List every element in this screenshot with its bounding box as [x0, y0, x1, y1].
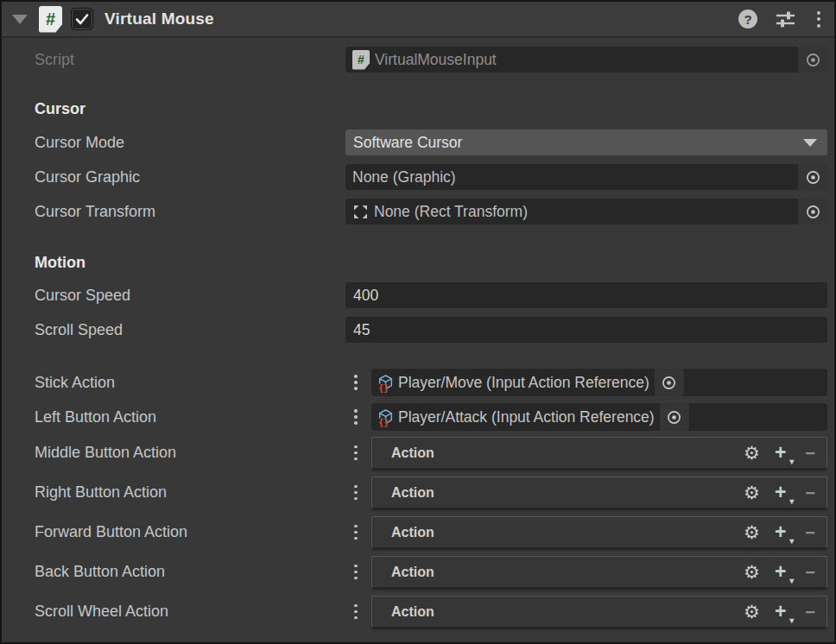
forward-button-action-row: Forward Button Action Action ⚙ +▾ −: [35, 516, 827, 548]
cursor-graphic-row: Cursor Graphic None (Graphic): [35, 164, 827, 190]
chevron-down-icon: ▾: [789, 616, 794, 625]
chevron-down-icon: ▾: [789, 458, 794, 466]
motion-section-title: Motion: [35, 254, 834, 275]
stick-action-label: Stick Action: [35, 374, 351, 392]
rect-transform-icon: [352, 204, 369, 220]
cursor-graphic-value: None (Graphic): [352, 168, 456, 186]
add-binding-icon[interactable]: +▾: [775, 562, 793, 582]
gear-icon[interactable]: ⚙: [744, 483, 760, 502]
action-header-box[interactable]: Action ⚙ +▾ −: [371, 516, 827, 548]
checkmark-icon: [73, 10, 91, 28]
remove-binding-icon[interactable]: −: [805, 603, 815, 621]
remove-binding-icon[interactable]: −: [805, 445, 815, 462]
cursor-transform-row: Cursor Transform None (Rect Transform): [35, 199, 827, 224]
component-title: Virtual Mouse: [104, 9, 214, 28]
cursor-mode-label: Cursor Mode: [35, 134, 345, 152]
remove-binding-icon[interactable]: −: [805, 564, 815, 581]
action-header-box[interactable]: Action ⚙ +▾ −: [371, 596, 827, 628]
object-picker-icon[interactable]: [660, 403, 689, 431]
scroll-speed-row: Scroll Speed 45: [35, 317, 827, 343]
cursor-speed-input[interactable]: 400: [345, 282, 827, 308]
property-menu-icon[interactable]: [351, 604, 361, 620]
remove-binding-icon[interactable]: −: [805, 484, 815, 502]
cursor-mode-value: Software Cursor: [353, 134, 462, 152]
remove-binding-icon[interactable]: −: [805, 524, 815, 541]
action-header-box[interactable]: Action ⚙ +▾ −: [371, 477, 827, 508]
script-object-field: # VirtualMouseInput: [345, 47, 827, 73]
svg-text:{}: {}: [378, 417, 390, 427]
cursor-transform-label: Cursor Transform: [35, 203, 345, 221]
cursor-transform-value: None (Rect Transform): [374, 203, 528, 221]
scroll-speed-input[interactable]: 45: [345, 317, 827, 343]
component-header: # Virtual Mouse ?: [2, 2, 834, 38]
cursor-mode-dropdown[interactable]: Software Cursor: [345, 129, 827, 155]
cursor-speed-label: Cursor Speed: [35, 287, 345, 305]
chevron-down-icon: [803, 139, 817, 147]
property-menu-icon[interactable]: [351, 445, 361, 461]
stick-action-row: Stick Action {} Player/Move (Input Actio…: [35, 369, 827, 396]
gear-icon[interactable]: ⚙: [744, 563, 760, 581]
svg-text:{}: {}: [378, 382, 390, 393]
action-header-title: Action: [391, 604, 434, 620]
script-object-value: VirtualMouseInput: [375, 51, 497, 69]
middle-button-action-row: Middle Button Action Action ⚙ +▾ −: [35, 437, 827, 469]
left-button-action-object-field[interactable]: {} Player/Attack (Input Action Reference…: [371, 403, 827, 431]
help-icon[interactable]: ?: [738, 9, 757, 28]
scroll-wheel-action-row: Scroll Wheel Action Action ⚙ +▾ −: [35, 596, 827, 628]
property-menu-icon[interactable]: [351, 409, 361, 425]
back-button-action-label: Back Button Action: [35, 563, 351, 581]
foldout-arrow-icon[interactable]: [12, 15, 28, 24]
chevron-down-icon: ▾: [789, 497, 794, 506]
csharp-script-icon: #: [352, 50, 370, 70]
property-menu-icon[interactable]: [351, 525, 361, 540]
cursor-graphic-object-field[interactable]: None (Graphic): [345, 164, 827, 190]
cursor-transform-object-field[interactable]: None (Rect Transform): [345, 199, 827, 224]
property-menu-icon[interactable]: [351, 375, 361, 390]
gear-icon[interactable]: ⚙: [744, 444, 760, 462]
property-menu-icon[interactable]: [351, 565, 361, 580]
scroll-wheel-action-label: Scroll Wheel Action: [35, 603, 351, 621]
action-header-box[interactable]: Action ⚙ +▾ −: [371, 437, 827, 469]
middle-button-action-label: Middle Button Action: [35, 444, 351, 462]
object-picker-icon[interactable]: [798, 199, 827, 224]
cursor-speed-row: Cursor Speed 400: [35, 282, 827, 308]
enable-checkbox[interactable]: [71, 8, 93, 30]
inspector-panel: # Virtual Mouse ? Script # VirtualMouseI…: [0, 0, 836, 644]
scroll-speed-label: Scroll Speed: [35, 321, 345, 339]
add-binding-icon[interactable]: +▾: [775, 522, 793, 542]
action-header-title: Action: [391, 525, 434, 540]
back-button-action-row: Back Button Action Action ⚙ +▾ −: [35, 556, 827, 588]
stick-action-value: Player/Move (Input Action Reference): [398, 374, 649, 392]
more-menu-icon[interactable]: [815, 9, 822, 29]
chevron-down-icon: ▾: [789, 537, 794, 546]
gear-icon[interactable]: ⚙: [744, 523, 760, 541]
chevron-down-icon: ▾: [789, 577, 794, 585]
script-row: Script # VirtualMouseInput: [35, 47, 827, 73]
property-menu-icon[interactable]: [351, 485, 361, 501]
csharp-script-icon: #: [39, 6, 62, 33]
presets-icon[interactable]: [774, 9, 797, 29]
add-binding-icon[interactable]: +▾: [775, 443, 793, 463]
scriptable-object-icon: {}: [376, 407, 396, 427]
stick-action-object-field[interactable]: {} Player/Move (Input Action Reference): [371, 369, 827, 396]
object-picker-icon[interactable]: [655, 369, 684, 396]
action-header-title: Action: [391, 445, 434, 461]
cursor-mode-row: Cursor Mode Software Cursor: [35, 129, 827, 155]
object-picker-icon: [798, 47, 827, 73]
script-label: Script: [35, 51, 345, 69]
gear-icon[interactable]: ⚙: [744, 603, 760, 621]
action-header-box[interactable]: Action ⚙ +▾ −: [371, 556, 827, 588]
action-header-title: Action: [391, 485, 434, 501]
right-button-action-label: Right Button Action: [35, 483, 351, 502]
cursor-section-title: Cursor: [35, 100, 834, 121]
right-button-action-row: Right Button Action Action ⚙ +▾ −: [35, 477, 827, 508]
add-binding-icon[interactable]: +▾: [775, 602, 793, 622]
add-binding-icon[interactable]: +▾: [775, 483, 793, 502]
left-button-action-value: Player/Attack (Input Action Reference): [398, 408, 655, 426]
action-header-title: Action: [391, 565, 434, 580]
scriptable-object-icon: {}: [376, 373, 396, 393]
cursor-graphic-label: Cursor Graphic: [35, 168, 345, 186]
object-picker-icon[interactable]: [798, 164, 827, 190]
forward-button-action-label: Forward Button Action: [35, 523, 351, 541]
left-button-action-row: Left Button Action {} Player/Attack (Inp…: [35, 403, 827, 431]
